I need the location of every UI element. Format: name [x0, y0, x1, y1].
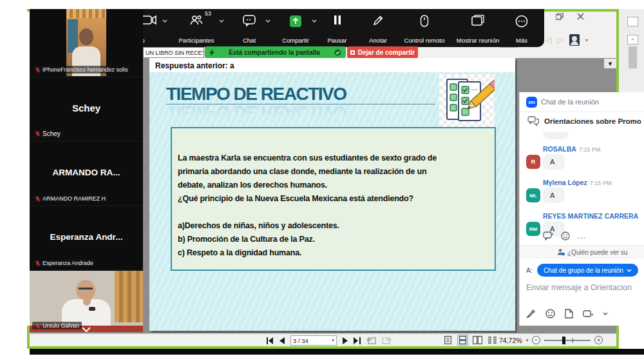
page-dropdown-chevron-icon[interactable]: ▾: [332, 338, 334, 343]
scroll-up-icon[interactable]: ^: [627, 35, 638, 44]
continuous-layout-icon[interactable]: [458, 335, 468, 345]
composer-toolbar: [526, 309, 608, 319]
participant-name: Ursulo Galvan: [43, 322, 79, 329]
account-dropdown-chevron-icon[interactable]: ▾: [585, 37, 588, 43]
meeting-toolbar: eo 53 Participantes Chat Compartir: [129, 9, 544, 47]
back-icon[interactable]: ◁: [546, 36, 552, 44]
avatar: ML: [526, 188, 540, 202]
participant-glasses: [79, 288, 93, 289]
privacy-notice[interactable]: ¿Quién puede ver su: [520, 245, 644, 259]
zoom-slider[interactable]: [544, 340, 591, 341]
participant-tile-francisco[interactable]: iPhoneFrancisco hernandez solis: [30, 9, 143, 76]
answer-option-b: b) Promoción de la Cultura de la Paz.: [178, 233, 487, 246]
pause-icon: [334, 15, 341, 25]
chat-composer[interactable]: Enviar mensaje a Orientacion: [526, 283, 632, 292]
next-view-icon[interactable]: [382, 337, 392, 344]
attach-file-icon[interactable]: [565, 309, 573, 319]
scrollbar-thumb[interactable]: [629, 46, 637, 68]
slide-annotation: Respuesta anterior: a: [155, 61, 234, 70]
participant-tile-esperanza[interactable]: Esperanza Andr... Esperanza Andrade: [30, 206, 143, 270]
participants-icon: [189, 15, 204, 26]
zoom-dropdown-chevron-icon[interactable]: ▾: [526, 338, 529, 343]
pause-share-button[interactable]: Pausar: [319, 9, 355, 47]
composer-emoji-icon[interactable]: [545, 309, 555, 319]
participant-name: ARMANDO RAMIREZ H: [43, 195, 106, 202]
video-chevron-icon[interactable]: [162, 19, 167, 23]
participant-name: Schey: [43, 130, 61, 137]
stop-share-button[interactable]: Dejar de compartir: [347, 46, 418, 58]
more-button[interactable]: Más: [506, 9, 537, 47]
close-icon[interactable]: [577, 13, 584, 20]
more-label: Más: [506, 37, 537, 44]
emoji-icon[interactable]: [561, 231, 570, 240]
facing-pages-layout-icon[interactable]: [473, 335, 482, 345]
chat-chevron-icon[interactable]: [265, 19, 270, 23]
single-page-layout-icon[interactable]: [443, 335, 453, 345]
pause-label: Pausar: [319, 37, 355, 44]
format-text-icon[interactable]: [526, 309, 536, 319]
answer-option-c: c) Respeto a la dignidad humana.: [178, 246, 487, 260]
video-camera-icon: [142, 15, 156, 25]
chat-bubbles-icon: [527, 116, 539, 126]
recipient-selector[interactable]: Chat de grupo de la reunión: [537, 264, 638, 277]
remote-control-button[interactable]: Control remoto: [399, 9, 450, 47]
participant-tile-ursulo[interactable]: Ursulo Galvan: [30, 271, 143, 332]
share-button[interactable]: Compartir: [273, 9, 318, 47]
participants-strip: iPhoneFrancisco hernandez solis Schey Sc…: [30, 9, 143, 332]
forward-icon[interactable]: ▷: [558, 36, 564, 44]
message-sender: REYES MARTINEZ CARRERA: [543, 212, 641, 220]
chat-button[interactable]: Chat: [227, 9, 272, 47]
participant-name: Esperanza Andrade: [43, 260, 93, 266]
scrollbar-button[interactable]: [627, 17, 638, 26]
collapse-strip-chevron-icon[interactable]: [81, 327, 91, 332]
composer-chevron-icon[interactable]: [603, 312, 608, 315]
participant-display-name: ARMANDO RA...: [30, 168, 143, 177]
spacer: [178, 206, 487, 219]
previous-view-icon[interactable]: [366, 337, 376, 344]
annotate-button[interactable]: Anotar: [358, 9, 398, 47]
meeting-window-icon: [471, 15, 484, 26]
chat-topic-row[interactable]: Orientaciones sobre Promo: [520, 112, 644, 132]
account-avatar[interactable]: [569, 34, 580, 46]
zoom-in-button[interactable]: +: [594, 336, 603, 344]
share-chevron-icon[interactable]: [312, 19, 317, 23]
participant-tile-armando[interactable]: ARMANDO RA... ARMANDO RAMIREZ H: [30, 142, 143, 205]
screenshot-icon[interactable]: [583, 309, 593, 319]
previous-page-icon[interactable]: [279, 337, 285, 344]
next-page-icon[interactable]: [343, 337, 348, 344]
toolbar-collapse-arrow[interactable]: ▼: [604, 59, 616, 68]
video-background: [66, 9, 106, 18]
message-actions: ...: [543, 231, 586, 240]
participants-button[interactable]: 53 Participantes: [167, 9, 225, 47]
checklist-pencil-icon: [439, 74, 495, 127]
mic-muted-icon: [35, 196, 41, 202]
recipient-name: Chat de grupo de la reunión: [544, 267, 623, 274]
mic-muted-icon: [35, 323, 41, 329]
message-bubble: A: [543, 154, 565, 170]
document-tab[interactable]: UN LIBRO SIN RECET: [143, 47, 204, 58]
more-actions-icon[interactable]: ...: [578, 233, 586, 239]
last-page-icon[interactable]: [354, 337, 361, 344]
first-page-icon[interactable]: [267, 337, 274, 344]
message-sender: Mylena López7:15 PM: [543, 179, 611, 186]
participants-chevron-icon[interactable]: [219, 19, 224, 23]
reply-icon[interactable]: [543, 231, 553, 240]
question-line: La maestra Karla se encuentra con sus es…: [178, 152, 487, 165]
answer-option-a: a)Derechos de niñas, niños y adolescente…: [178, 219, 487, 233]
avatar: RM: [526, 222, 540, 236]
show-meeting-button[interactable]: Mostrar reunión: [451, 9, 505, 47]
chat-header-title: Chat de la reunión: [541, 98, 599, 106]
zoom-slider-handle[interactable]: [562, 337, 565, 344]
participant-head: [79, 28, 93, 45]
mouse-icon: [421, 15, 429, 27]
facing-continuous-layout-icon[interactable]: [488, 335, 497, 345]
participant-tile-schey[interactable]: Schey Schey: [30, 77, 143, 141]
zoom-out-button[interactable]: −: [532, 336, 540, 344]
slide-title-reflection: TIEMPO DE REACTIVO: [166, 102, 346, 123]
page-number-input[interactable]: 3 / 34 ▾: [290, 335, 337, 346]
privacy-person-icon: [557, 248, 565, 256]
chat-panel: zm Chat de la reunión Orientaciones sobr…: [519, 92, 644, 326]
participant-display-name: Schey: [30, 103, 143, 113]
restore-window-icon[interactable]: [556, 13, 564, 20]
chat-label: Chat: [227, 37, 272, 44]
